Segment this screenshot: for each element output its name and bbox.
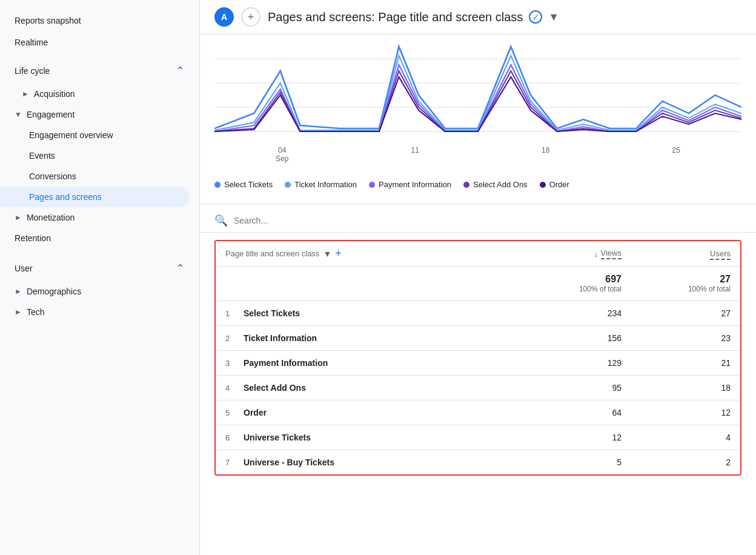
sidebar-acquisition-label: Acquisition [34, 89, 75, 99]
row-page-name[interactable]: Order [244, 408, 512, 417]
title-dropdown-icon[interactable]: ▼ [548, 11, 559, 24]
chart-area: 04Sep 11 18 25 [200, 35, 756, 175]
chart-label-sep4: 04Sep [276, 146, 288, 163]
chart-label-25: 25 [672, 146, 680, 163]
sidebar-lifecycle-label: Life cycle [15, 66, 50, 76]
row-users: 2 [622, 457, 731, 467]
search-bar: 🔍 [200, 209, 756, 233]
table-rows: 1 Select Tickets 234 27 2 Ticket Informa… [216, 301, 740, 474]
check-icon: ✓ [529, 10, 542, 24]
legend-dot-select-tickets [214, 182, 220, 188]
sidebar-item-monetization[interactable]: ► Monetization [0, 207, 199, 228]
legend-label-ticket-info: Ticket Information [294, 180, 357, 189]
chevron-up-icon: ⌃ [176, 64, 185, 78]
topbar: A + Pages and screens: Page title and sc… [200, 0, 756, 35]
row-page-name[interactable]: Payment Information [244, 358, 512, 368]
row-page-name[interactable]: Select Tickets [244, 308, 512, 318]
col-users-label: Users [710, 249, 731, 260]
col-add-icon[interactable]: + [335, 247, 342, 260]
sidebar-item-pages-screens[interactable]: Pages and screens [0, 187, 190, 207]
sidebar-item-acquisition[interactable]: ► Acquisition [0, 84, 199, 104]
row-views: 95 [512, 383, 622, 393]
row-views: 12 [512, 433, 622, 442]
col-header-title: Page title and screen class ▼ + [225, 247, 512, 260]
table-row: 2 Ticket Information 156 23 [216, 326, 740, 351]
arrow-right-icon-mon: ► [15, 213, 22, 222]
chart-wrapper [214, 35, 741, 144]
sidebar-tech-label: Tech [27, 307, 45, 317]
summary-users-total: 27 [622, 274, 731, 285]
add-button[interactable]: + [241, 7, 260, 27]
row-users: 12 [622, 408, 731, 417]
summary-users: 27 100% of total [622, 274, 731, 293]
row-rank: 7 [225, 458, 244, 467]
row-rank: 3 [225, 359, 244, 368]
arrow-down-icon: ▼ [15, 110, 22, 119]
sidebar-engagement-label: Engagement [27, 110, 75, 119]
col-header-users[interactable]: Users [622, 249, 731, 258]
avatar: A [214, 7, 234, 27]
main-content: A + Pages and screens: Page title and sc… [200, 0, 756, 555]
row-users: 21 [622, 358, 731, 368]
row-views: 156 [512, 333, 622, 343]
sidebar-item-engagement[interactable]: ▼ Engagement [0, 104, 199, 125]
chart-label-18: 18 [542, 146, 549, 163]
row-views: 5 [512, 457, 622, 467]
sidebar-item-realtime[interactable]: Realtime [0, 32, 199, 53]
sidebar-pages-screens-label: Pages and screens [29, 192, 102, 202]
col-header-views[interactable]: ↓ Views [512, 248, 622, 259]
divider-1 [200, 204, 756, 204]
sidebar-section-user[interactable]: User ⌃ [0, 256, 199, 281]
legend-dot-ticket-info [285, 182, 291, 188]
sidebar-item-engagement-overview[interactable]: Engagement overview [0, 125, 199, 145]
sidebar-item-tech[interactable]: ► Tech [0, 302, 199, 322]
sidebar-item-events[interactable]: Events [0, 145, 199, 166]
sidebar-item-retention[interactable]: Retention [0, 228, 199, 248]
sidebar-item-demographics[interactable]: ► Demographics [0, 281, 199, 302]
row-page-name[interactable]: Ticket Information [244, 333, 512, 343]
row-rank: 1 [225, 309, 244, 318]
row-rank: 5 [225, 408, 244, 417]
row-users: 23 [622, 333, 731, 343]
sort-down-icon: ↓ [594, 249, 598, 259]
table-row: 3 Payment Information 129 21 [216, 351, 740, 376]
summary-row: 697 100% of total 27 100% of total [216, 267, 740, 301]
row-rank: 2 [225, 334, 244, 343]
legend-dot-order [540, 182, 546, 188]
row-users: 27 [622, 308, 731, 318]
sidebar-monetization-label: Monetization [27, 213, 75, 222]
table-row: 1 Select Tickets 234 27 [216, 301, 740, 326]
col-title-label: Page title and screen class [225, 249, 319, 258]
search-input[interactable] [234, 216, 741, 225]
legend-label-select-tickets: Select Tickets [224, 180, 273, 189]
legend-label-select-addons: Select Add Ons [473, 180, 528, 189]
sidebar-events-label: Events [29, 151, 55, 161]
col-dropdown-icon[interactable]: ▼ [323, 249, 331, 259]
chart-x-labels: 04Sep 11 18 25 [214, 144, 741, 165]
summary-views-total: 697 [512, 274, 622, 285]
row-page-name[interactable]: Universe Tickets [244, 433, 512, 442]
legend-label-order: Order [549, 180, 569, 189]
table-row: 5 Order 64 12 [216, 400, 740, 425]
legend-item-payment-info: Payment Information [369, 180, 451, 189]
sidebar: Reports snapshot Realtime Life cycle ⌃ ►… [0, 0, 200, 555]
legend-item-order: Order [540, 180, 569, 189]
page-title-bar: Pages and screens: Page title and screen… [268, 10, 741, 24]
sidebar-section-lifecycle[interactable]: Life cycle ⌃ [0, 58, 199, 84]
table-row: 4 Select Add Ons 95 18 [216, 376, 740, 400]
chart-label-11: 11 [411, 146, 419, 163]
sidebar-item-reports-snapshot[interactable]: Reports snapshot [0, 10, 199, 32]
row-rank: 4 [225, 384, 244, 393]
arrow-right-icon-tech: ► [15, 308, 22, 316]
table-row: 7 Universe - Buy Tickets 5 2 [216, 450, 740, 474]
row-page-name[interactable]: Select Add Ons [244, 383, 512, 393]
sidebar-conversions-label: Conversions [29, 171, 76, 181]
legend-item-select-tickets: Select Tickets [214, 180, 273, 189]
table-header: Page title and screen class ▼ + ↓ Views … [216, 241, 740, 267]
sidebar-item-conversions[interactable]: Conversions [0, 166, 199, 187]
legend-label-payment-info: Payment Information [379, 180, 451, 189]
legend-dot-payment-info [369, 182, 375, 188]
row-page-name[interactable]: Universe - Buy Tickets [244, 457, 512, 467]
summary-users-pct: 100% of total [622, 285, 731, 293]
row-views: 64 [512, 408, 622, 417]
